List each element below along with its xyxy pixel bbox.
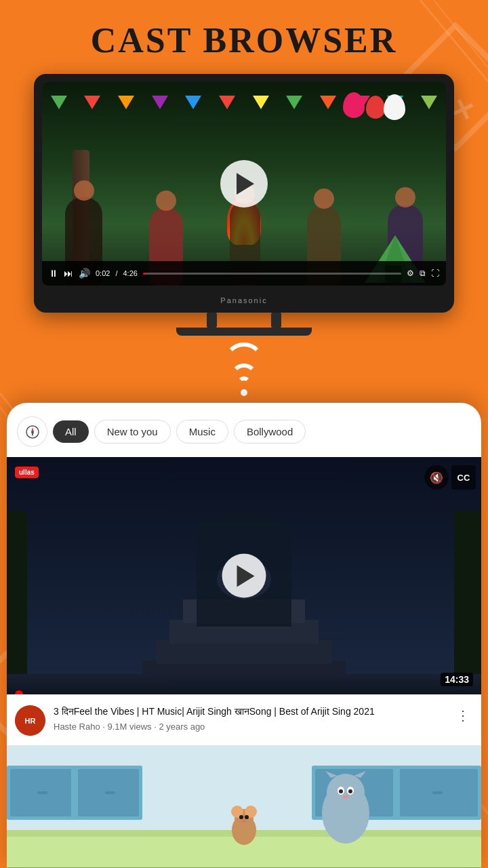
svg-rect-14: [454, 511, 481, 694]
tv-stand-base: [176, 328, 312, 336]
balloon: [343, 92, 365, 118]
tab-all[interactable]: All: [53, 420, 89, 443]
ctrl-icons-right: ⚙ ⧉ ⛶: [407, 269, 439, 278]
more-options-button-1[interactable]: ⋮: [453, 705, 473, 726]
avatar-image: HR: [15, 705, 45, 736]
volume-button[interactable]: 🔊: [79, 268, 90, 279]
tv-frame: ⏸ ⏭ 🔊 0:02 / 4:26 ⚙ ⧉ ⛶ Panasonic: [34, 74, 454, 313]
video-channel-info-1: Haste Raho · 9.1M views · 2 years ago: [54, 722, 445, 732]
video-cc-button[interactable]: CC: [451, 465, 476, 490]
time-ago: 2 years ago: [159, 722, 205, 732]
svg-point-51: [239, 815, 243, 819]
svg-rect-30: [105, 791, 115, 794]
settings-icon[interactable]: ⚙: [407, 269, 414, 278]
channel-logo-badge: ullas: [15, 465, 39, 477]
tv-screen: ⏸ ⏭ 🔊 0:02 / 4:26 ⚙ ⧉ ⛶: [42, 82, 446, 285]
progress-fill: [143, 273, 146, 275]
video-card-1: ullas 🔇 CC 14:33 HR: [7, 457, 481, 745]
video-thumbnail-1[interactable]: ullas 🔇 CC 14:33: [7, 457, 481, 694]
wifi-cast-icon: [0, 342, 488, 396]
compass-button[interactable]: [17, 416, 47, 447]
balloon: [366, 96, 385, 119]
progress-bar[interactable]: [143, 273, 401, 275]
fullscreen-icon[interactable]: ⛶: [431, 269, 439, 278]
pause-button[interactable]: ⏸: [49, 268, 58, 279]
svg-rect-29: [37, 791, 47, 794]
filter-tabs-container: All New to you Music Bollywood: [7, 416, 481, 457]
video-mute-button[interactable]: 🔇: [424, 465, 449, 490]
channel-avatar-1[interactable]: HR: [15, 705, 45, 736]
total-time: 4:26: [123, 269, 137, 277]
tv-brand: Panasonic: [220, 296, 267, 304]
video-play-button-1[interactable]: [222, 554, 266, 598]
video-meta-1: 3 दिनFeel the Vibes | HT Music| Arijit S…: [54, 705, 445, 732]
app-title: CAST BROWSER: [14, 20, 474, 60]
channel-name: Haste Raho: [54, 722, 100, 732]
svg-point-42: [339, 789, 343, 793]
balloon: [384, 94, 405, 120]
svg-point-52: [245, 815, 249, 819]
svg-text:HR: HR: [25, 717, 36, 725]
video-title-1: 3 दिनFeel the Vibes | HT Music| Arijit S…: [54, 705, 445, 719]
progress-time: 0:02: [96, 269, 110, 277]
skip-button[interactable]: ⏭: [64, 268, 73, 279]
video-info-1: HR 3 दिनFeel the Vibes | HT Music| Ariji…: [7, 694, 481, 745]
tv-mockup: ⏸ ⏭ 🔊 0:02 / 4:26 ⚙ ⧉ ⛶ Panasonic: [20, 74, 468, 313]
svg-rect-13: [7, 511, 27, 694]
tv-controls-bar: ⏸ ⏭ 🔊 0:02 / 4:26 ⚙ ⧉ ⛶: [42, 261, 446, 285]
tab-new-to-you[interactable]: New to you: [94, 420, 171, 443]
separator: /: [115, 269, 117, 277]
dot-separator: ·: [102, 722, 107, 732]
video-duration-1: 14:33: [441, 673, 473, 686]
video-thumbnail-2[interactable]: [7, 745, 481, 867]
svg-point-43: [348, 789, 352, 793]
tab-bollywood[interactable]: Bollywood: [234, 420, 306, 443]
channel-badge: ullas: [15, 467, 39, 478]
tv-play-button[interactable]: [220, 160, 268, 208]
svg-point-39: [327, 774, 365, 812]
tab-music[interactable]: Music: [176, 420, 228, 443]
content-card: All New to you Music Bollywood: [7, 403, 481, 867]
tv-stand-legs: [207, 313, 281, 328]
svg-point-53: [242, 821, 246, 823]
svg-point-46: [343, 795, 348, 799]
svg-rect-35: [432, 791, 443, 794]
video-progress-dot: [15, 690, 23, 694]
pip-icon[interactable]: ⧉: [420, 269, 426, 278]
svg-rect-16: [156, 640, 332, 664]
view-count: 9.1M views: [108, 722, 152, 732]
svg-rect-21: [7, 674, 481, 694]
